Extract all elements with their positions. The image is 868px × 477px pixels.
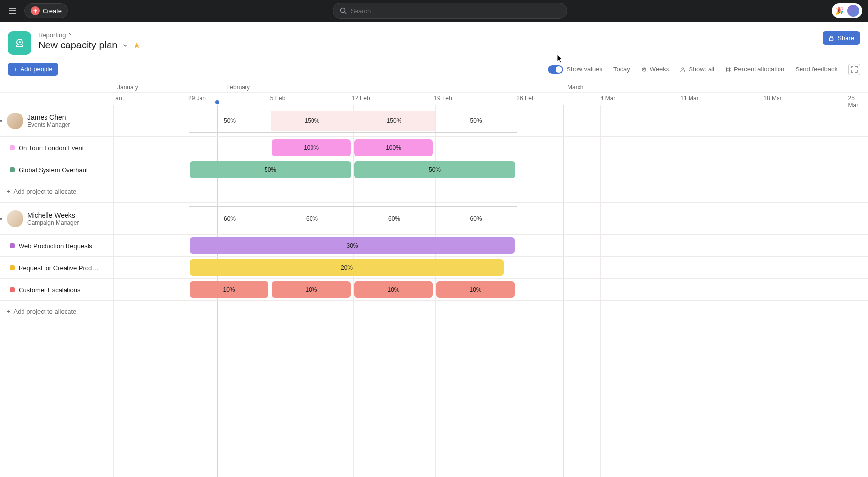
search-input[interactable] — [351, 7, 560, 15]
avatar — [7, 210, 23, 227]
project-name: Web Production Requests — [19, 242, 92, 250]
add-project-side[interactable]: + Add project to allocate — [0, 301, 114, 322]
today-marker — [215, 100, 219, 104]
person-side[interactable]: ▾ James Chen Events Manager — [0, 105, 114, 136]
chevron-down-icon[interactable] — [122, 43, 128, 48]
send-feedback-link[interactable]: Send feedback — [795, 66, 838, 73]
page-header: Reporting New capacity plan ★ Share — [0, 22, 868, 59]
rows-container: ▾ James Chen Events Manager 50%150%150%5… — [0, 105, 868, 477]
capacity-segment[interactable]: 50% — [435, 111, 517, 131]
allocation-bar[interactable]: 10% — [190, 281, 268, 298]
today-label: Today — [613, 66, 630, 73]
date-label: 26 Feb — [516, 95, 534, 102]
add-project-button[interactable]: + Add project to allocate — [7, 308, 76, 315]
share-button[interactable]: Share — [823, 31, 860, 45]
allocation-bar[interactable]: 50% — [354, 161, 515, 178]
add-project-row: + Add project to allocate — [0, 181, 868, 203]
add-project-label: Add project to allocate — [14, 308, 77, 315]
allocation-bar[interactable]: 10% — [436, 281, 515, 298]
toolbar: + Add people Show values Today Weeks Sho… — [0, 59, 868, 82]
project-name: Global System Overhaul — [19, 166, 88, 174]
capacity-segment[interactable]: 150% — [271, 111, 353, 131]
plus-circle-icon: + — [31, 6, 40, 15]
project-side[interactable]: Request for Creative Prod… — [0, 257, 114, 278]
person-capacity-body[interactable]: 60%60%60%60% — [114, 203, 868, 234]
person-row: ▾ James Chen Events Manager 50%150%150%5… — [0, 105, 868, 137]
allocation-type[interactable]: Percent allocation — [725, 66, 784, 73]
show-all-label: Show: all — [689, 66, 714, 73]
add-project-button[interactable]: + Add project to allocate — [7, 188, 76, 195]
weeks-label: Weeks — [650, 66, 669, 73]
project-row: Global System Overhaul 50%50% — [0, 159, 868, 181]
svg-point-8 — [642, 68, 646, 71]
date-label: 5 Feb — [270, 95, 286, 102]
chevron-down-icon[interactable]: ▾ — [0, 216, 2, 221]
capacity-segment[interactable]: 60% — [353, 208, 435, 228]
project-body[interactable]: 100%100% — [114, 137, 868, 159]
allocation-bar[interactable]: 30% — [190, 237, 515, 254]
add-project-side[interactable]: + Add project to allocate — [0, 181, 114, 202]
capacity-segment[interactable]: 60% — [435, 208, 517, 228]
allocation-bar[interactable]: 100% — [272, 139, 351, 156]
allocation-bar[interactable]: 50% — [190, 161, 351, 178]
project-row: Customer Escalations 10%10%10%10% — [0, 279, 868, 301]
person-icon — [680, 67, 686, 72]
fullscreen-button[interactable] — [848, 64, 860, 75]
plus-icon: + — [7, 188, 11, 195]
svg-line-4 — [345, 12, 346, 14]
date-label: 4 Mar — [601, 95, 616, 102]
zoom-selector[interactable]: Weeks — [641, 66, 669, 73]
project-side[interactable]: On Tour: London Event — [0, 137, 114, 159]
project-side[interactable]: Global System Overhaul — [0, 159, 114, 181]
breadcrumb-link[interactable]: Reporting — [38, 31, 66, 39]
capacity-segment[interactable]: 150% — [353, 111, 435, 131]
target-icon — [641, 67, 647, 72]
allocation-bar[interactable]: 10% — [354, 281, 433, 298]
project-side[interactable]: Web Production Requests — [0, 235, 114, 256]
project-body[interactable]: 10%10%10%10% — [114, 279, 868, 300]
whats-new-pill[interactable]: 🎉 — [832, 3, 862, 18]
show-filter[interactable]: Show: all — [680, 66, 714, 73]
date-label: 11 Mar — [680, 95, 698, 102]
person-side[interactable]: ▾ Michelle Weeks Campaign Manager — [0, 203, 114, 234]
add-people-button[interactable]: + Add people — [8, 63, 58, 76]
project-color-dot — [10, 287, 15, 292]
project-body[interactable]: 20% — [114, 257, 868, 278]
svg-point-9 — [643, 68, 645, 70]
date-label: 29 Jan — [188, 95, 206, 102]
project-color-dot — [10, 145, 15, 150]
chevron-down-icon[interactable]: ▾ — [0, 118, 2, 123]
person-role: Campaign Manager — [27, 219, 79, 226]
project-row: On Tour: London Event 100%100% — [0, 137, 868, 159]
person-capacity-body[interactable]: 50%150%150%50% — [114, 105, 868, 136]
project-body[interactable]: 50%50% — [114, 159, 868, 181]
create-button[interactable]: + Create — [24, 3, 68, 18]
person-role: Events Manager — [27, 121, 70, 128]
show-values-label: Show values — [566, 66, 602, 73]
project-row: Web Production Requests 30% — [0, 235, 868, 257]
today-button[interactable]: Today — [613, 66, 630, 73]
star-icon[interactable]: ★ — [133, 40, 141, 51]
allocation-bar[interactable]: 10% — [272, 281, 351, 298]
search-input-container[interactable] — [333, 3, 567, 19]
project-side[interactable]: Customer Escalations — [0, 279, 114, 300]
show-values-toggle[interactable]: Show values — [548, 65, 602, 74]
capacity-segment[interactable]: 60% — [189, 208, 271, 228]
allocation-bar[interactable]: 20% — [190, 259, 504, 276]
topbar: + Create 🎉 — [0, 0, 868, 22]
sparkle-icon: 🎉 — [834, 5, 845, 16]
svg-point-10 — [682, 68, 684, 69]
allocation-bar[interactable]: 100% — [354, 139, 433, 156]
capacity-segment[interactable]: 50% — [189, 111, 271, 131]
breadcrumb[interactable]: Reporting — [38, 31, 141, 39]
timeline: JanuaryFebruaryMarch an29 Jan5 Feb12 Feb… — [0, 82, 868, 477]
empty-area — [0, 322, 868, 477]
project-name: Request for Creative Prod… — [19, 264, 98, 272]
month-label: January — [117, 84, 138, 91]
capacity-segment[interactable]: 60% — [271, 208, 353, 228]
project-body[interactable]: 30% — [114, 235, 868, 256]
plus-icon: + — [7, 308, 11, 315]
menu-icon[interactable] — [6, 4, 20, 18]
user-avatar[interactable] — [846, 4, 860, 18]
grid-area: ▾ James Chen Events Manager 50%150%150%5… — [0, 105, 868, 477]
